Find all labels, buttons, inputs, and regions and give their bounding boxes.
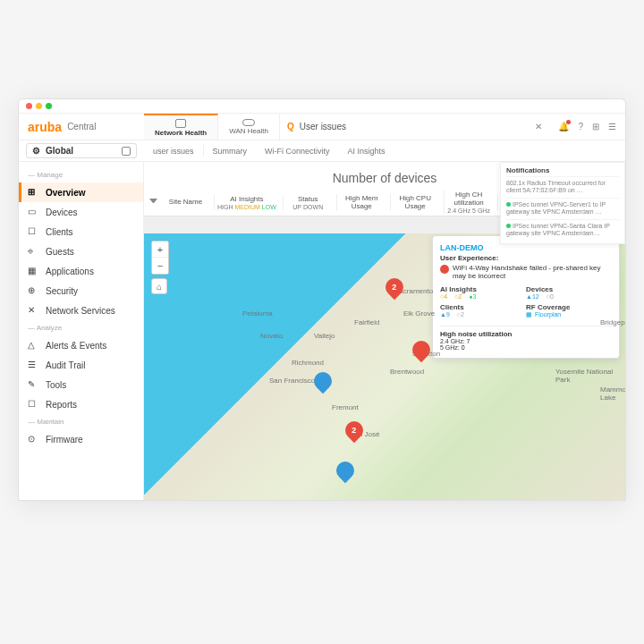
map-pin[interactable]: 2 <box>382 275 407 300</box>
sidebar-section-maintain: Maintain <box>19 414 143 429</box>
sidebar-item-reports[interactable]: ☐Reports <box>19 394 143 414</box>
applications-icon: ▦ <box>28 266 38 276</box>
map-label: Vallejo <box>314 332 335 340</box>
close-window-icon[interactable] <box>26 103 32 109</box>
filter-col-high-ch-utilization[interactable]: High CH utilization2.4 GHz5 GHz <box>444 191 494 214</box>
sidebar-item-label: Firmware <box>46 435 83 445</box>
subtab-ai-insights[interactable]: AI Insights <box>339 140 394 161</box>
alerts-events-icon: △ <box>28 340 38 351</box>
popup-site-name: LAN-DEMO <box>440 243 612 252</box>
map-pin[interactable] <box>409 337 434 362</box>
map-label: Novato <box>260 332 283 340</box>
map-pin[interactable] <box>333 458 358 483</box>
filter-col-high-cpu-usage[interactable]: High CPU Usage <box>390 194 440 211</box>
sidebar-item-label: Network Services <box>46 306 115 316</box>
noise-label: High noise utilization <box>440 330 512 338</box>
map-pin[interactable]: 2 <box>342 418 367 443</box>
filter-col-ai-insights[interactable]: AI InsightsHIGHMEDIUMLOW <box>214 195 279 210</box>
sidebar-item-devices[interactable]: ▭Devices <box>19 202 143 222</box>
sidebar-item-label: Audit Trail <box>46 360 85 370</box>
apps-icon[interactable]: ⊞ <box>592 122 599 131</box>
map-view[interactable]: + − ⌂ View all LAN-DEMO User Experience:… <box>144 233 625 500</box>
brand-logo: aruba Central <box>19 114 144 140</box>
filter-col-high-mem-usage[interactable]: High Mem Usage <box>336 194 386 211</box>
alert-icon <box>440 265 449 274</box>
notification-item[interactable]: 802.1x Radius Timeout occurred for clien… <box>506 176 619 198</box>
sidebar-item-security[interactable]: ⊕Security <box>19 281 143 301</box>
search-input[interactable] <box>300 122 530 131</box>
sidebar-item-network-services[interactable]: ✕Network Services <box>19 301 143 320</box>
help-icon[interactable]: ? <box>578 122 583 131</box>
sidebar-item-label: Tools <box>46 380 66 390</box>
popup-ux-title: User Experience: <box>440 254 612 262</box>
subtab-user-issues[interactable]: user issues <box>144 140 203 161</box>
popup-ux-message: WiFi 4-Way Handshake failed - pre-shared… <box>453 264 612 280</box>
map-label: Petaluma <box>242 309 273 318</box>
main-content: Notifications 802.1x Radius Timeout occu… <box>144 162 625 500</box>
sidebar-section-analyze: Analyze <box>19 320 143 335</box>
devices-label: Devices <box>526 285 612 293</box>
devices-values: ▲12 ○0 <box>526 293 612 300</box>
tab-wan-health[interactable]: WAN Health <box>218 114 280 140</box>
subtab-summary[interactable]: Summary <box>204 140 257 161</box>
zoom-in-button[interactable]: + <box>152 242 168 258</box>
security-icon: ⊕ <box>28 285 38 296</box>
filter-col-status[interactable]: StatusUPDOWN <box>283 195 333 210</box>
map-pin[interactable] <box>310 369 335 394</box>
map-label: Bridgeport <box>600 318 625 326</box>
maximize-window-icon[interactable] <box>46 103 52 109</box>
floorplan-link[interactable]: ▦Floorplan <box>526 311 612 318</box>
map-label: Yosemite National Park <box>555 368 625 384</box>
sidebar-item-label: Alerts & Events <box>46 341 106 351</box>
context-filter-icon[interactable] <box>122 147 131 156</box>
sidebar-item-guests[interactable]: ⎆Guests <box>19 242 143 261</box>
sidebar-item-applications[interactable]: ▦Applications <box>19 261 143 281</box>
sidebar-item-tools[interactable]: ✎Tools <box>19 375 143 394</box>
map-label: Fremont <box>332 403 359 411</box>
clients-icon: ☐ <box>28 226 38 237</box>
user-icon[interactable]: ☰ <box>608 122 616 131</box>
globe-icon: ⚙ <box>32 146 40 156</box>
sidebar-item-alerts-events[interactable]: △Alerts & Events <box>19 335 143 355</box>
sidebar-section-manage: Manage <box>19 167 143 182</box>
sidebar-item-overview[interactable]: ⊞Overview <box>19 182 143 202</box>
sidebar-item-label: Devices <box>46 208 78 217</box>
notifications-icon[interactable]: 🔔 <box>558 122 569 131</box>
clients-values: ▲9 ○2 <box>440 311 526 318</box>
clients-label: Clients <box>440 303 526 311</box>
notification-item[interactable]: IPSec tunnel VPNC-Server1 to IP gateway … <box>506 198 619 219</box>
search-icon: Q <box>287 122 294 131</box>
noise-24: 2.4 GHz: 7 <box>440 338 612 344</box>
search-bar[interactable]: Q ✕ <box>280 114 549 140</box>
sidebar-item-firmware[interactable]: ⊙Firmware <box>19 429 143 449</box>
brand-name: aruba <box>28 120 62 134</box>
guests-icon: ⎆ <box>28 246 38 257</box>
noise-5: 5 GHz: 0 <box>440 344 612 351</box>
ai-insights-values: ○4 ○2 ●3 <box>440 293 526 300</box>
map-label: San Francisco <box>269 377 315 385</box>
minimize-window-icon[interactable] <box>36 103 42 109</box>
devices-icon: ▭ <box>28 207 38 217</box>
sidebar-item-label: Overview <box>46 188 85 198</box>
firmware-icon: ⊙ <box>28 434 38 445</box>
sidebar: Manage⊞Overview▭Devices☐Clients⎆Guests▦A… <box>19 162 144 500</box>
context-label: Global <box>46 146 73 156</box>
brand-suffix: Central <box>67 122 96 131</box>
subtab-wi-fi-connectivity[interactable]: Wi-Fi Connectivity <box>256 140 339 161</box>
clear-search-icon[interactable]: ✕ <box>535 122 542 131</box>
sidebar-item-label: Clients <box>46 227 73 237</box>
map-label: Richmond <box>292 359 324 367</box>
sidebar-item-clients[interactable]: ☐Clients <box>19 222 143 242</box>
zoom-control: + − <box>151 241 169 275</box>
filter-col-site-name[interactable]: Site Name <box>161 198 210 207</box>
sidebar-item-audit-trail[interactable]: ☰Audit Trail <box>19 355 143 375</box>
tab-network-health[interactable]: Network Health <box>144 114 218 140</box>
notification-item[interactable]: IPSec tunnel VPNC-Santa Clara IP gateway… <box>506 219 619 241</box>
sidebar-item-label: Applications <box>46 267 94 276</box>
zoom-out-button[interactable]: − <box>152 258 168 274</box>
sidebar-item-label: Guests <box>46 247 74 257</box>
home-button[interactable]: ⌂ <box>151 278 167 294</box>
window-titlebar <box>19 99 625 114</box>
context-selector[interactable]: ⚙ Global <box>26 143 137 158</box>
filter-icon[interactable] <box>149 199 157 207</box>
